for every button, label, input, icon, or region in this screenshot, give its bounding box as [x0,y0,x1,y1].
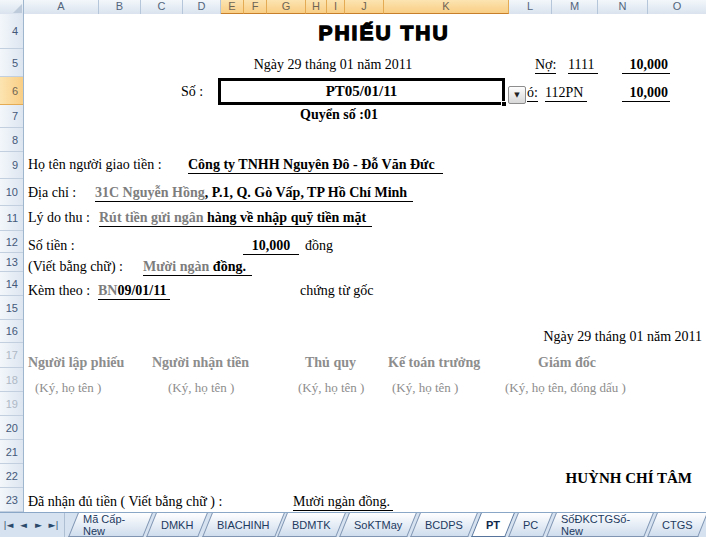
dropdown-button[interactable]: ▼ [508,86,526,104]
column-header-f[interactable]: F [244,0,267,14]
credit-account: 112PN [545,85,587,102]
row-header-13[interactable]: 13 [0,253,23,272]
date-line: Ngày 29 tháng 01 năm 2011 [220,57,446,73]
column-header-row: A B C D E F G H I J K L M N O [0,0,706,14]
chevron-down-icon: ▼ [514,91,519,99]
reason-value: Rút tiền gửi ngân hàng về nhập quỹ tiền … [99,210,372,227]
column-header-j[interactable]: J [345,0,384,14]
signature-role: Người lập phiếu [28,355,124,371]
row-header-6[interactable]: 6 [0,77,23,105]
column-header-c[interactable]: C [141,0,183,14]
attach-suffix: chứng từ gốc [300,283,374,299]
column-header-m[interactable]: M [552,0,598,14]
select-all-corner[interactable] [0,0,24,14]
sheet-tab-ctgs[interactable]: CTGS [648,513,706,537]
row-header-17[interactable]: 17 [0,343,23,368]
amount-value: 10,000 [243,238,299,255]
amount-label: Số tiền : [28,238,75,254]
row-header-8[interactable]: 8 [0,128,23,152]
sheet-tab-dmkh[interactable]: DMKH [146,513,208,537]
select-all-triangle-icon [13,4,22,13]
row-header-22[interactable]: 22 [0,464,23,488]
amount-words-label: (Viết bằng chữ) : [28,259,123,275]
signature-note: (Ký, họ tên ) [35,380,101,396]
column-header-e[interactable]: E [221,0,244,14]
column-header-b[interactable]: B [99,0,141,14]
row-header-12[interactable]: 12 [0,231,23,253]
address-value-rest: , P.1, Q. Gò Vấp, TP Hồ Chí Minh [205,185,407,200]
attach-label: Kèm theo : [28,283,90,299]
sheet-tab-bar: |◄ ◄ ► ►| Mã Cấp-New DMKH BIACHINH BDMTK… [0,512,706,537]
attach-value-rest: 09/01/11 [117,283,166,298]
row-header-7[interactable]: 7 [0,105,23,128]
signature-role: Kế toán trưởng [388,355,480,371]
next-sheet-icon[interactable]: ► [32,517,45,533]
fill-handle[interactable] [501,101,507,107]
reason-label: Lý do thu : [28,210,90,226]
amount-words-value: Mười ngàn đồng. [143,259,252,276]
sheet-canvas[interactable]: PHIẾU THU Ngày 29 tháng 01 năm 2011 Nợ: … [24,14,705,512]
payer-label: Họ tên người giao tiền : [28,157,162,173]
row-header-21[interactable]: 21 [0,440,23,464]
sheet-tab-biachinh[interactable]: BIACHINH [202,513,284,537]
address-value: 31C Nguyễn Hồng, P.1, Q. Gò Vấp, TP Hồ C… [95,185,413,202]
signature-note: (Ký, họ tên ) [298,380,364,396]
row-header-16[interactable]: 16 [0,320,23,343]
column-header-g[interactable]: G [267,0,306,14]
signature-note: (Ký, họ tên ) [392,380,458,396]
sheet-tab-pt[interactable]: PT [471,513,515,537]
date-line-bottom: Ngày 29 tháng 01 năm 2011 [484,329,702,345]
book-number: Quyển số :01 [264,107,414,123]
sheet-tab-bcdps[interactable]: BCDPS [410,513,478,537]
row-header-10[interactable]: 10 [0,179,23,206]
column-header-o[interactable]: O [648,0,706,14]
signer-name: HUỲNH CHÍ TÂM [464,470,692,487]
row-header-15[interactable]: 15 [0,296,23,320]
row-header-18[interactable]: 18 [0,368,23,392]
amount-words-rest: đồng. [209,259,246,274]
address-value-dim: 31C Nguyễn Hồng [95,185,205,200]
previous-sheet-icon[interactable]: ◄ [17,517,30,533]
column-header-l[interactable]: L [509,0,552,14]
row-header-14[interactable]: 14 [0,272,23,296]
row-header-23[interactable]: 23 [0,488,23,512]
address-label: Địa chỉ : [28,185,76,201]
reason-value-rest: hàng về nhập quỹ tiền mặt [203,210,366,225]
signature-role: Người nhận tiền [152,355,249,371]
row-header-4[interactable]: 4 [0,14,23,49]
signature-note: (Ký, họ tên, đóng dấu ) [505,380,626,396]
amount-words-dim: Mười ngàn [143,259,209,274]
signature-role: Giám đốc [538,355,596,371]
column-header-d[interactable]: D [183,0,221,14]
debit-label: Nợ: [535,57,556,74]
selected-cell-so-phieu[interactable]: PT05/01/11 [218,78,505,105]
sheet-tabs: Mã Cấp-New DMKH BIACHINH BDMTK SoKTMay B… [65,513,706,537]
sheet-tab-sodkctgso-new[interactable]: SốĐKCTGSố-New [546,513,654,537]
so-label: Số : [181,84,203,100]
credit-label: ó: [527,85,538,102]
first-sheet-icon[interactable]: |◄ [2,517,15,533]
debit-account: 1111 [568,57,598,74]
debit-amount: 10,000 [622,57,670,74]
row-header-9[interactable]: 9 [0,152,23,179]
amount-unit: đồng [305,238,333,254]
row-header-20[interactable]: 20 [0,416,23,440]
row-header-5[interactable]: 5 [0,49,23,77]
form-title: PHIẾU THU [194,21,574,45]
sheet-tab-soktmay[interactable]: SoKTMay [339,513,417,537]
column-header-a[interactable]: A [24,0,99,14]
column-header-i[interactable]: I [327,0,345,14]
sheet-tab-ma-cap-new[interactable]: Mã Cấp-New [68,513,153,537]
tab-navigation: |◄ ◄ ► ►| [0,513,65,537]
column-header-h[interactable]: H [306,0,327,14]
signature-role: Thủ quy [305,355,356,371]
row-header-19[interactable]: 19 [0,392,23,416]
column-header-k[interactable]: K [384,0,509,14]
sheet-tab-bdmtk[interactable]: BDMTK [277,513,345,537]
row-header-11[interactable]: 11 [0,206,23,231]
column-header-n[interactable]: N [598,0,648,14]
excel-window: A B C D E F G H I J K L M N O 4 5 6 7 8 … [0,0,706,537]
attach-value: BN09/01/11 [98,283,170,300]
last-sheet-icon[interactable]: ►| [47,517,60,533]
received-label: Đã nhận đủ tiền ( Viết bằng chữ ) : [28,494,222,510]
